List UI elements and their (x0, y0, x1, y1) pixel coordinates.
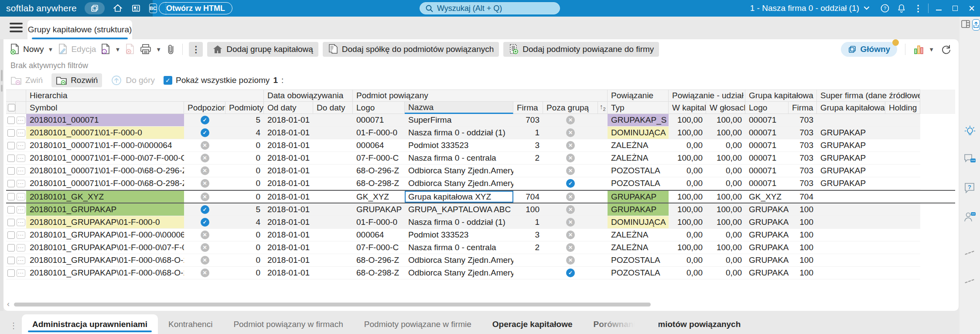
cell-nazwa[interactable]: SuperFirma (405, 114, 513, 127)
column-header-typ[interactable]: Typ (608, 102, 669, 114)
cell-w-kapitale[interactable]: 100,00 (669, 114, 706, 127)
cell-od-daty[interactable]: 2018-01-01 (264, 114, 313, 127)
minimize-button[interactable] (930, 0, 947, 17)
cell-od-daty[interactable]: 2018-01-01 (264, 203, 313, 216)
cell-logo[interactable]: 01-F-000-0 (353, 127, 405, 139)
table-row[interactable]: ···20180101_GRUPAKAP✓52018-01-01GRUPAKAP… (6, 203, 955, 216)
cell-holding[interactable] (885, 254, 920, 267)
add-capital-group-button[interactable]: Dodaj grupę kapitałową (207, 42, 318, 57)
column-header-grupa-kapitalowa[interactable]: Grupa kapitałowa (817, 102, 885, 114)
column-header-do-daty[interactable]: Do daty (313, 102, 353, 114)
cell-logo[interactable]: 000071 (353, 114, 405, 127)
cell-nazwa[interactable]: Nasza firma 0 - centrala (405, 152, 513, 165)
cell-typ[interactable]: DOMINUJĄCA (608, 127, 669, 139)
cell-od-daty[interactable]: 2018-01-01 (264, 216, 313, 229)
row-checkbox[interactable] (7, 117, 15, 124)
row-actions-button[interactable]: ··· (17, 219, 25, 226)
cell-poza-grupa[interactable]: ✓ (543, 267, 598, 279)
cell-logo[interactable]: 68-O-298-Z (353, 267, 405, 279)
column-header-firma2[interactable]: Firma (789, 102, 817, 114)
cell-logo2[interactable]: GK_XYZ (745, 191, 789, 203)
share-panel-button[interactable] (972, 19, 980, 31)
cell-firma2[interactable]: 100 (789, 254, 817, 267)
horizontal-scrollbar[interactable]: ‹ (6, 301, 955, 308)
row-checkbox[interactable] (7, 244, 15, 251)
cell-podpoziomy[interactable]: ✕ (184, 152, 225, 165)
cell-symbol[interactable]: 20180101_GRUPAKAP\01-F-000-0\000064 (26, 229, 184, 241)
cell-logo2[interactable]: 000071 (745, 165, 789, 177)
cell-podmioty[interactable]: 0 (225, 177, 264, 190)
bottom-tab-porównanie-podmiotów-powiązanych[interactable]: Porównanie podmiotów powiązanych (583, 314, 751, 334)
cell-do-daty[interactable] (313, 127, 353, 139)
cell-w-kapitale[interactable]: 100,00 (669, 127, 706, 139)
home-icon[interactable] (113, 3, 123, 14)
cell-od-daty[interactable]: 2018-01-01 (264, 165, 313, 177)
drag-handle-icon[interactable] (965, 251, 974, 255)
cell-symbol[interactable]: 20180101_GRUPAKAP\01-F-000-0\68-O-298-Z (26, 267, 184, 279)
cell-logo2[interactable]: GRUPAKAP (745, 203, 789, 216)
chat-bubbles-icon[interactable] (963, 153, 977, 167)
bottom-kebab-icon[interactable]: ⋮ (10, 324, 17, 327)
cell-typ[interactable]: ZALEŻNA (608, 241, 669, 254)
cell-podmioty[interactable]: 0 (225, 165, 264, 177)
bottom-tab-kontrahenci[interactable]: Kontrahenci (158, 314, 223, 334)
cell-w-glosach[interactable]: 0,00 (706, 229, 745, 241)
cell-nazwa[interactable]: Nasza firma 0 - centrala (405, 241, 513, 254)
cell-w-kapitale[interactable]: 0,00 (669, 254, 706, 267)
cell-w-glosach[interactable]: 100,00 (706, 191, 745, 203)
cell-od-daty[interactable]: 2018-01-01 (264, 152, 313, 165)
print-button[interactable]: ▼ (140, 44, 161, 55)
bottom-tab-podmiot-powiązany-w-firmach[interactable]: Podmiot powiązany w firmach (223, 314, 353, 334)
cell-holding[interactable] (885, 177, 920, 190)
cell-typ[interactable]: GRUPAKAP_S (608, 114, 669, 127)
cell-do-daty[interactable] (313, 165, 353, 177)
row-actions-button[interactable]: ··· (17, 142, 25, 149)
cell-w-kapitale[interactable]: 0,00 (669, 229, 706, 241)
table-row[interactable]: ···20180101_GRUPAKAP\01-F-000-0✓42018-01… (6, 216, 955, 229)
cell-podmioty[interactable]: 0 (225, 241, 264, 254)
cell-typ[interactable]: POZOSTALA (608, 254, 669, 267)
cell-podpoziomy[interactable]: ✓ (184, 114, 225, 127)
cell-podpoziomy[interactable]: ✕ (184, 139, 225, 152)
news-icon[interactable] (131, 3, 141, 14)
group-header-super-firma[interactable]: Super firma (dane źródłowe) (817, 90, 920, 102)
column-header-w-kapitale[interactable]: W kapitale (669, 102, 706, 114)
cell-holding[interactable] (885, 267, 920, 279)
cell-symbol[interactable]: 20180101_000071\01-F-000-0\000064 (26, 139, 184, 152)
cell-do-daty[interactable] (313, 267, 353, 279)
column-header-firma[interactable]: Firma (513, 102, 543, 114)
cell-nazwa[interactable]: Odbiorca Stany Zjedn.Ameryki 298 (405, 177, 513, 190)
cell-firma2[interactable]: 100 (789, 267, 817, 279)
cell-podmioty[interactable]: 0 (225, 139, 264, 152)
cell-grupa-kapitalowa[interactable] (817, 229, 885, 241)
notifications-bell-icon[interactable] (893, 0, 910, 17)
select-all-checkbox[interactable] (6, 102, 16, 114)
cell-logo[interactable]: 68-O-296-Z (353, 165, 405, 177)
cell-w-glosach[interactable]: 100,00 (706, 241, 745, 254)
cell-w-glosach[interactable]: 100,00 (706, 127, 745, 139)
table-row[interactable]: ···20180101_000071\01-F-000-0\68-O-296-Z… (6, 165, 955, 177)
row-checkbox[interactable] (7, 155, 15, 162)
cell-poza-grupa[interactable]: ✕ (543, 191, 598, 203)
cell-typ[interactable]: ZALEŻNA (608, 152, 669, 165)
cell-grupa-kapitalowa[interactable]: GRUPAKAP (817, 127, 885, 139)
row-checkbox[interactable] (7, 219, 15, 226)
maximize-button[interactable] (947, 0, 963, 17)
table-row[interactable]: ···20180101_GRUPAKAP\01-F-000-0\07-F-000… (6, 241, 955, 254)
cell-holding[interactable] (885, 127, 920, 139)
cell-poza-grupa[interactable]: ✕ (543, 216, 598, 229)
row-checkbox[interactable] (7, 142, 15, 149)
add-company-to-related-button[interactable]: Dodaj spółkę do podmiotów powiązanych (323, 42, 499, 57)
cell-typ[interactable]: GRUPAKAP (608, 191, 669, 203)
cell-symbol[interactable]: 20180101_GRUPAKAP (26, 203, 184, 216)
cell-poza-grupa[interactable]: ✕ (543, 152, 598, 165)
collapse-button[interactable]: Zwiń (10, 75, 43, 86)
column-header-logo2[interactable]: Logo (745, 102, 789, 114)
kebab-menu-icon[interactable]: ⋮ (910, 0, 926, 17)
cell-do-daty[interactable] (313, 203, 353, 216)
refresh-button[interactable] (940, 44, 952, 55)
cell-poza-grupa[interactable]: ✕ (543, 241, 598, 254)
table-row[interactable]: ···20180101_000071✓52018-01-01000071Supe… (6, 114, 955, 127)
person-chat-icon[interactable] (963, 210, 977, 224)
cell-nazwa[interactable]: Podmiot 333523 (405, 229, 513, 241)
